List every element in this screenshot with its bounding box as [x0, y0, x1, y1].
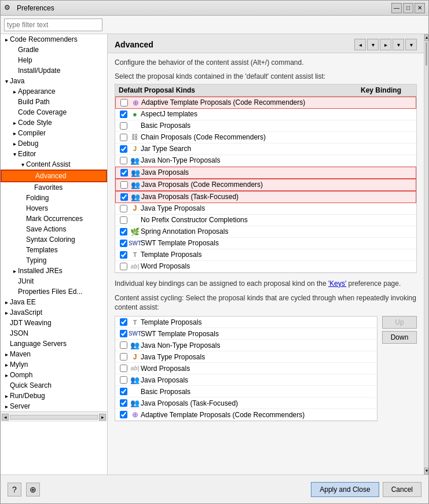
horizontal-scrollbar[interactable] — [10, 415, 98, 420]
apply-close-button[interactable]: Apply and Close — [311, 482, 379, 497]
sidebar-item-hovers[interactable]: Hovers — [1, 203, 107, 214]
filter-input[interactable] — [4, 19, 102, 31]
sidebar-item-json[interactable]: JSON — [1, 328, 107, 339]
sidebar-item-code-style[interactable]: ▸Code Style — [1, 117, 107, 128]
sidebar-item-oomph[interactable]: ▸Oomph — [1, 370, 107, 380]
cycling-icon: 👥 — [129, 399, 141, 407]
sidebar-item-gradle[interactable]: Gradle — [1, 45, 107, 55]
sidebar-item-compiler[interactable]: ▸Compiler — [1, 128, 107, 138]
cycling-checkbox[interactable] — [120, 353, 127, 360]
sidebar-item-label: Build Path — [18, 98, 50, 106]
scroll-thumb[interactable] — [426, 42, 427, 65]
sidebar-item-jdt-weaving[interactable]: JDT Weaving — [1, 318, 107, 328]
proposal-checkbox[interactable] — [120, 111, 127, 118]
sidebar-item-java-ee[interactable]: ▸Java EE — [1, 297, 107, 307]
proposal-row: 👥Java Proposals (Task-Focused) — [115, 191, 416, 203]
proposal-checkbox[interactable] — [120, 99, 128, 106]
cancel-button[interactable]: Cancel — [383, 482, 421, 497]
minimize-button[interactable]: — — [391, 3, 402, 13]
sidebar-item-favorites[interactable]: Favorites — [1, 182, 107, 193]
sidebar-item-server[interactable]: ▸Server — [1, 401, 107, 411]
up-button[interactable]: Up — [382, 316, 417, 329]
sidebar-item-quick-search[interactable]: Quick Search — [1, 380, 107, 391]
scroll-up-btn[interactable]: ▴ — [424, 34, 428, 41]
sidebar-item-folding[interactable]: Folding — [1, 193, 107, 203]
sidebar-item-code-coverage[interactable]: Code Coverage — [1, 107, 107, 117]
sidebar-item-build-path[interactable]: Build Path — [1, 97, 107, 107]
proposal-checkbox[interactable] — [120, 157, 127, 164]
cycling-checkbox[interactable] — [120, 341, 127, 349]
back-button[interactable]: ◂ — [354, 39, 366, 50]
sidebar-item-typing[interactable]: Typing — [1, 255, 107, 266]
proposal-checkbox[interactable] — [120, 263, 127, 270]
sidebar-item-rundebug[interactable]: ▸Run/Debug — [1, 391, 107, 401]
cycling-row: 👥Java Non-Type Proposals — [115, 340, 377, 351]
sidebar-item-templates[interactable]: Templates — [1, 245, 107, 255]
sidebar-item-installed-jres[interactable]: ▸Installed JREs — [1, 266, 107, 276]
proposal-icon: 👥 — [130, 193, 141, 201]
cycling-checkbox[interactable] — [120, 411, 127, 418]
sidebar-item-label: Advanced — [35, 172, 66, 180]
sidebar-item-label: Java EE — [10, 298, 36, 306]
sidebar-item-junit[interactable]: JUnit — [1, 276, 107, 286]
sidebar-item-installupdate[interactable]: Install/Update — [1, 65, 107, 76]
sidebar-item-label: Compiler — [18, 129, 46, 137]
cycling-checkbox[interactable] — [120, 388, 127, 395]
sidebar-item-maven[interactable]: ▸Maven — [1, 349, 107, 359]
maximize-button[interactable]: □ — [403, 3, 413, 13]
sidebar-item-help[interactable]: Help — [1, 55, 107, 65]
help-button[interactable]: ? — [8, 483, 21, 496]
forward-dropdown-button[interactable]: ▾ — [393, 39, 404, 50]
content-scrollbar[interactable]: ▴ ▾ — [424, 34, 428, 474]
sidebar-item-properties-files-ed[interactable]: Properties Files Ed... — [1, 286, 107, 297]
sidebar-item-content-assist[interactable]: ▾Content Assist — [1, 159, 107, 170]
forward-button[interactable]: ▸ — [380, 39, 391, 50]
proposal-checkbox[interactable] — [120, 193, 128, 201]
menu-button[interactable]: ▾ — [405, 39, 417, 50]
expand-arrow: ▸ — [3, 299, 10, 306]
proposal-checkbox[interactable] — [120, 240, 127, 247]
sidebar-item-java[interactable]: ▾Java — [1, 76, 107, 86]
proposal-checkbox[interactable] — [120, 169, 128, 176]
col-header-binding: Key Binding — [361, 86, 413, 94]
cycling-checkbox[interactable] — [120, 365, 127, 372]
proposal-checkbox[interactable] — [120, 181, 128, 189]
sidebar-item-advanced[interactable]: Advanced — [1, 170, 107, 182]
proposal-checkbox[interactable] — [120, 216, 127, 224]
scroll-down-btn[interactable]: ▾ — [424, 468, 428, 474]
cycling-checkbox[interactable] — [120, 330, 127, 337]
scroll-right-btn[interactable]: ▸ — [99, 414, 106, 421]
proposal-checkbox[interactable] — [120, 134, 127, 141]
proposal-row: ab|Word Proposals — [115, 261, 416, 273]
keys-link[interactable]: 'Keys' — [328, 279, 346, 288]
proposal-checkbox[interactable] — [120, 122, 127, 130]
sidebar-item-appearance[interactable]: ▸Appearance — [1, 86, 107, 97]
proposal-checkbox[interactable] — [120, 205, 127, 212]
close-button[interactable]: ✕ — [415, 3, 425, 13]
sidebar-item-label: Editor — [18, 150, 36, 158]
cycling-checkbox[interactable] — [120, 399, 127, 407]
sidebar-item-code-recommenders[interactable]: ▸Code Recommenders — [1, 34, 107, 45]
back-dropdown-button[interactable]: ▾ — [367, 39, 379, 50]
proposal-checkbox[interactable] — [120, 228, 127, 236]
cycling-checkbox[interactable] — [120, 318, 127, 326]
sidebar-item-mark-occurrences[interactable]: Mark Occurrences — [1, 214, 107, 224]
expand-arrow: ▸ — [3, 310, 10, 316]
sidebar-item-debug[interactable]: ▸Debug — [1, 138, 107, 149]
proposal-checkbox[interactable] — [120, 251, 127, 259]
proposal-checkbox[interactable] — [120, 145, 127, 153]
link-button[interactable]: ⊕ — [26, 483, 40, 496]
sidebar-item-editor[interactable]: ▾Editor — [1, 149, 107, 159]
scroll-left-btn[interactable]: ◂ — [2, 414, 9, 421]
sidebar-item-language-servers[interactable]: Language Servers — [1, 339, 107, 349]
sidebar-item-label: Syntax Coloring — [26, 236, 75, 244]
sidebar-item-label: Debug — [18, 139, 38, 148]
sidebar-item-mylyn[interactable]: ▸Mylyn — [1, 359, 107, 370]
down-button[interactable]: Down — [382, 331, 417, 344]
cycling-checkbox[interactable] — [120, 376, 127, 384]
sidebar-item-label: Installed JREs — [18, 267, 63, 275]
sidebar-item-syntax-coloring[interactable]: Syntax Coloring — [1, 234, 107, 245]
sidebar-item-javascript[interactable]: ▸JavaScript — [1, 307, 107, 318]
proposal-row: 👥Java Non-Type Proposals — [115, 155, 416, 167]
sidebar-item-save-actions[interactable]: Save Actions — [1, 224, 107, 234]
